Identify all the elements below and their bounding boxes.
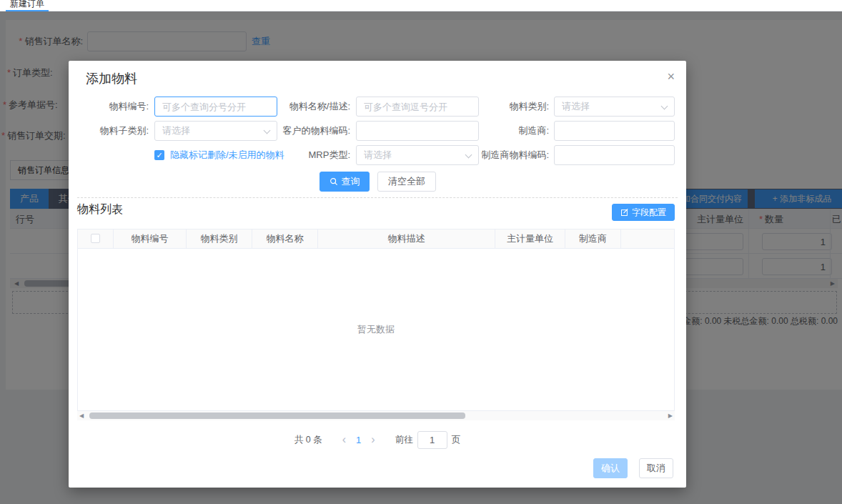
section-divider: [77, 197, 678, 198]
empty-data-text: 暂无数据: [357, 323, 395, 336]
manufacturer-code-label: 制造商物料编码:: [469, 145, 549, 165]
edit-icon: [620, 208, 629, 217]
scrollbar-thumb[interactable]: [89, 412, 465, 419]
manufacturer-label: 制造商:: [469, 121, 549, 141]
scroll-right-icon[interactable]: ▶: [668, 411, 673, 420]
col-material-category: 物料类别: [187, 229, 252, 248]
check-icon: ✓: [156, 151, 162, 159]
select-all-checkbox[interactable]: [91, 234, 100, 243]
pagination: 共 0 条 ‹ 1 › 前往 页: [69, 430, 686, 449]
confirm-button[interactable]: 确认: [593, 458, 628, 478]
material-code-input[interactable]: [154, 97, 277, 117]
add-material-dialog: 添加物料 × 物料编号: 物料名称/描述: 物料类别: 请选择 物料子类别: 请…: [69, 61, 686, 488]
col-manufacturer: 制造商: [565, 229, 621, 248]
goto-label: 前往: [395, 434, 413, 446]
page-tabbar: 新建订单: [0, 0, 842, 11]
total-count-text: 共 0 条: [294, 434, 322, 446]
material-name-input[interactable]: [356, 97, 479, 117]
col-material-name: 物料名称: [252, 229, 318, 248]
col-extra: [621, 229, 674, 248]
scroll-left-icon[interactable]: ◀: [79, 411, 84, 420]
close-icon[interactable]: ×: [667, 69, 675, 84]
page-suffix-label: 页: [452, 434, 461, 446]
field-config-button[interactable]: 字段配置: [612, 204, 675, 221]
material-table-header: 物料编号 物料类别 物料名称 物料描述 主计量单位 制造商: [78, 229, 674, 249]
material-list-title: 物料列表: [77, 202, 123, 217]
page-number-1[interactable]: 1: [353, 435, 364, 445]
col-material-desc: 物料描述: [318, 229, 495, 248]
mrp-type-label: MRP类型:: [274, 145, 350, 165]
col-material-code: 物料编号: [114, 229, 187, 248]
table-horizontal-scrollbar[interactable]: ◀ ▶: [77, 411, 675, 420]
prev-page-icon[interactable]: ‹: [335, 431, 353, 448]
hide-deleted-label[interactable]: 隐藏标记删除/未启用的物料: [170, 145, 284, 165]
goto-page-input[interactable]: [417, 431, 447, 449]
material-table-body: 暂无数据: [78, 249, 674, 410]
select-all-cell: [78, 229, 114, 248]
search-button[interactable]: 查询: [320, 172, 370, 192]
material-table: 物料编号 物料类别 物料名称 物料描述 主计量单位 制造商 暂无数据: [77, 229, 675, 411]
clear-all-button[interactable]: 清空全部: [377, 172, 436, 192]
manufacturer-code-input[interactable]: [554, 145, 675, 165]
chevron-down-icon: [661, 103, 668, 110]
material-category-select[interactable]: 请选择: [554, 97, 675, 117]
material-subcategory-select[interactable]: 请选择: [154, 121, 277, 141]
manufacturer-input[interactable]: [554, 121, 675, 141]
mrp-type-select[interactable]: 请选择: [356, 145, 479, 165]
dialog-title: 添加物料: [86, 70, 137, 87]
tab-new-order[interactable]: 新建订单: [6, 0, 49, 11]
material-category-label: 物料类别:: [469, 97, 549, 117]
next-page-icon[interactable]: ›: [364, 431, 382, 448]
chevron-down-icon: [264, 127, 271, 134]
customer-material-code-input[interactable]: [356, 121, 479, 141]
hide-deleted-checkbox[interactable]: ✓: [154, 150, 164, 160]
col-uom: 主计量单位: [495, 229, 565, 248]
material-name-label: 物料名称/描述:: [274, 97, 350, 117]
material-code-label: 物料编号:: [69, 97, 149, 117]
search-icon: [330, 177, 338, 186]
material-subcategory-label: 物料子类别:: [69, 121, 149, 141]
customer-material-code-label: 客户的物料编码:: [274, 121, 350, 141]
cancel-button[interactable]: 取消: [639, 458, 673, 478]
